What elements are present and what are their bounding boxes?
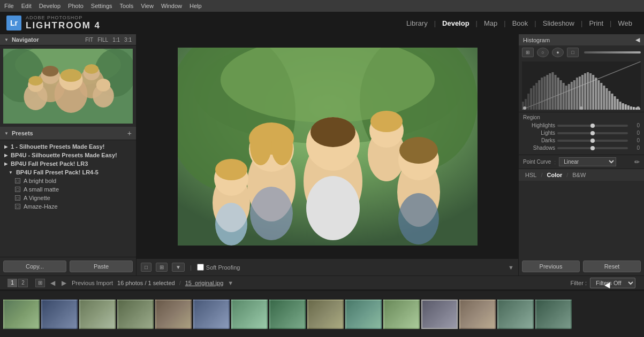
thumb-6[interactable] — [193, 300, 230, 329]
nav-print[interactable]: Print — [584, 19, 609, 27]
reset-button[interactable]: Reset — [583, 261, 641, 272]
menu-settings[interactable]: Settings — [91, 3, 112, 9]
menu-file[interactable]: File — [4, 3, 14, 9]
view-loupe-button[interactable]: □ — [141, 263, 151, 272]
preset-item-3[interactable]: □ A Vignette — [0, 194, 136, 202]
preset-folder-2[interactable]: ▶ BP4U - Silhouette Presets Made Easy! — [0, 151, 136, 159]
svg-rect-77 — [605, 88, 608, 110]
nav-next-arrow[interactable]: ▶ — [60, 279, 67, 287]
zoom-fill[interactable]: FILL — [97, 37, 108, 43]
preset-folder-1[interactable]: ▶ 1 - Silhouette Presets Made Easy! — [0, 142, 136, 151]
soft-proofing-checkbox[interactable] — [197, 264, 204, 271]
grid-view-button[interactable]: ⊞ — [35, 279, 45, 287]
thumb-11[interactable] — [383, 300, 420, 329]
nav-prev-arrow[interactable]: ◀ — [49, 279, 56, 287]
hist-icon-filled-circle[interactable]: ● — [552, 48, 564, 57]
thumb-4[interactable] — [117, 300, 154, 329]
thumb-9[interactable] — [307, 300, 344, 329]
highlights-slider[interactable] — [557, 125, 628, 127]
lights-slider[interactable] — [557, 132, 628, 134]
toolbar-expand-arrow[interactable]: ▼ — [508, 264, 514, 271]
thumb-5[interactable] — [155, 300, 192, 329]
point-curve-edit-icon[interactable]: ✏ — [634, 158, 640, 166]
menu-photo[interactable]: Photo — [68, 3, 84, 9]
filmstrip-toolbar: 1 2 ⊞ ◀ ▶ Previous Import 16 photos / 1 … — [0, 276, 644, 290]
previous-button[interactable]: Previous — [522, 261, 580, 272]
thumb-7[interactable] — [231, 300, 268, 329]
darks-thumb[interactable] — [590, 139, 595, 143]
filmstrip-dropdown-arrow[interactable]: ▼ — [228, 280, 233, 286]
preset-item-1[interactable]: □ A bright bold — [0, 177, 136, 185]
thumb-2[interactable] — [41, 300, 78, 329]
paste-button[interactable]: Paste — [70, 261, 133, 272]
menu-window[interactable]: Window — [161, 3, 182, 9]
darks-label: Darks — [523, 137, 555, 143]
nav-library[interactable]: Library — [401, 19, 433, 27]
nav-web[interactable]: Web — [613, 19, 638, 27]
histogram-chart — [522, 62, 641, 110]
menu-edit[interactable]: Edit — [21, 3, 32, 9]
nav-book[interactable]: Book — [507, 19, 534, 27]
preset-item-4[interactable]: □ Amaze-Haze — [0, 202, 136, 211]
filmstrip-filename[interactable]: 15_original.jpg — [185, 280, 224, 286]
main-image-area[interactable] — [137, 34, 518, 258]
hist-icon-square[interactable]: □ — [567, 48, 579, 57]
view-mode-1[interactable]: 1 — [7, 279, 17, 287]
tab-hsl[interactable]: HSL — [523, 171, 539, 179]
hsl-sep-2: / — [566, 172, 568, 178]
hist-exposure-slider[interactable] — [584, 51, 641, 53]
thumb-3[interactable] — [79, 300, 116, 329]
tab-bw[interactable]: B&W — [570, 171, 588, 179]
thumb-13[interactable] — [459, 300, 496, 329]
zoom-1-1[interactable]: 1:1 — [112, 37, 120, 43]
thumb-10[interactable] — [345, 300, 382, 329]
darks-slider[interactable] — [557, 140, 628, 142]
right-panel-content: Histogram ◀ ⊞ ○ ● □ — [519, 34, 644, 257]
right-panel: Histogram ◀ ⊞ ○ ● □ — [518, 34, 644, 275]
histogram-collapse-icon[interactable]: ◀ — [635, 36, 640, 43]
menu-tools[interactable]: Tools — [120, 3, 134, 9]
lights-thumb[interactable] — [590, 131, 595, 135]
copy-button[interactable]: Copy... — [3, 261, 66, 272]
thumb-12[interactable] — [421, 300, 458, 329]
navigator-collapse-icon[interactable]: ▼ — [4, 37, 9, 42]
nav-develop[interactable]: Develop — [437, 19, 475, 27]
tab-color[interactable]: Color — [544, 171, 564, 179]
hist-icon-grid[interactable]: ⊞ — [522, 48, 534, 57]
thumb-14[interactable] — [497, 300, 534, 329]
menu-help[interactable]: Help — [190, 3, 202, 9]
view-dropdown-button[interactable]: ▼ — [172, 263, 185, 272]
lights-value: 0 — [630, 130, 640, 136]
zoom-3-1[interactable]: 3:1 — [124, 37, 132, 43]
svg-rect-53 — [541, 78, 543, 110]
menu-view[interactable]: View — [141, 3, 154, 9]
presets-collapse-icon[interactable]: ▼ — [4, 131, 9, 136]
shadows-label: Shadows — [523, 145, 555, 151]
svg-rect-55 — [546, 75, 548, 110]
navigator-header: ▼ Navigator FIT FILL 1:1 3:1 — [0, 34, 136, 45]
thumb-1[interactable] — [3, 300, 40, 329]
svg-point-25 — [310, 117, 355, 147]
navigator-preview[interactable] — [3, 49, 133, 124]
highlights-thumb[interactable] — [590, 124, 595, 128]
zoom-fit[interactable]: FIT — [85, 37, 93, 43]
svg-point-13 — [96, 79, 110, 91]
preset-item-2[interactable]: □ A small matte — [0, 185, 136, 194]
preset-subfolder-1[interactable]: ▼ BP4U Fall Preset Pack! LR4-5 — [0, 168, 136, 177]
preset-folder-3[interactable]: ▶ BP4U Fall Preset Pack! LR3 — [0, 159, 136, 168]
nav-map[interactable]: Map — [479, 19, 503, 27]
view-mode-2[interactable]: 2 — [18, 279, 28, 287]
point-curve-select[interactable]: Linear Medium Contrast Strong Contrast — [559, 157, 616, 166]
svg-rect-61 — [563, 83, 565, 110]
shadows-thumb[interactable] — [590, 146, 595, 150]
menu-develop[interactable]: Develop — [39, 3, 60, 9]
preset-item-4-label: Amaze-Haze — [24, 203, 58, 210]
svg-rect-60 — [560, 80, 562, 110]
thumb-8[interactable] — [269, 300, 306, 329]
nav-slideshow[interactable]: Slideshow — [537, 19, 580, 27]
presets-add-button[interactable]: + — [127, 129, 132, 137]
thumb-15[interactable] — [535, 300, 572, 329]
hist-icon-circle[interactable]: ○ — [537, 48, 549, 57]
shadows-slider[interactable] — [557, 147, 628, 149]
view-grid-button[interactable]: ⊞ — [156, 263, 168, 272]
